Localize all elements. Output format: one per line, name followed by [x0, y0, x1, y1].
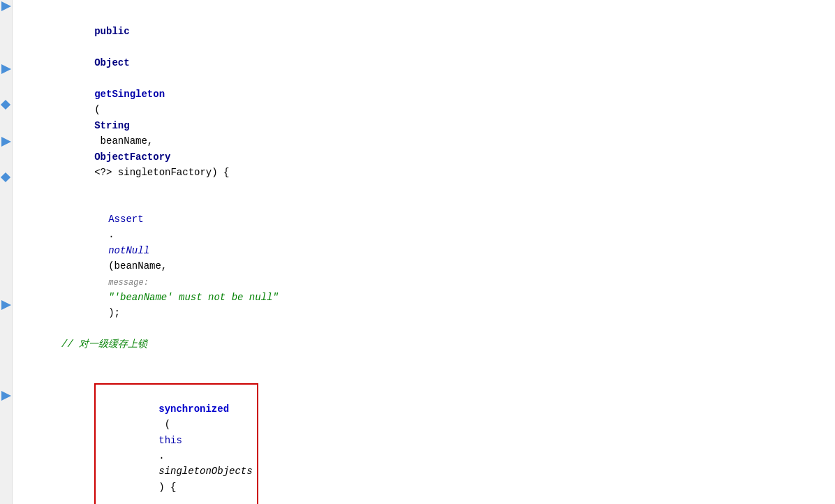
gutter-diamond-1 [1, 101, 10, 109]
type-object: Object [94, 57, 129, 68]
gutter-icon-1 [1, 1, 11, 11]
code-content: public Object getSingleton ( String bean… [14, 6, 835, 504]
gutter-icon-5 [1, 391, 11, 401]
space [94, 42, 100, 53]
keyword-public: public [94, 26, 129, 37]
method-name: getSingleton [94, 89, 165, 100]
code-line-4: synchronized ( this . singletonObjects )… [20, 353, 829, 504]
code-line-1: public Object getSingleton ( String bean… [20, 8, 829, 196]
gutter-icon-4 [1, 300, 11, 310]
gutter-icon-3 [1, 137, 11, 147]
code-viewer: public Object getSingleton ( String bean… [0, 0, 835, 504]
code-line-3: // 对一级缓存上锁 [20, 336, 829, 352]
code-line-2: Assert . notNull (beanName, message: "'b… [20, 196, 829, 337]
gutter-icon-2 [1, 64, 11, 74]
highlight-synchronized: synchronized ( this . singletonObjects )… [94, 383, 258, 504]
gutter-diamond-2 [1, 173, 10, 181]
